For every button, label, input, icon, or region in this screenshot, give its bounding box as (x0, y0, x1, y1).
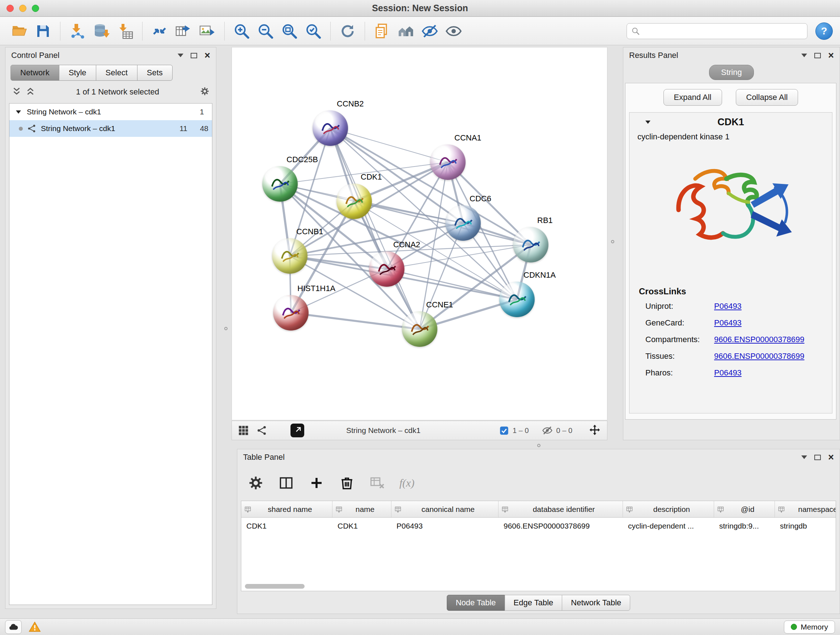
warning-icon[interactable] (28, 621, 41, 633)
home-layout-button[interactable] (394, 20, 418, 42)
network-node-cdc25b[interactable] (262, 166, 298, 202)
share-network-button[interactable] (148, 20, 172, 42)
move-tool-icon[interactable] (588, 424, 601, 437)
tab-style[interactable]: Style (59, 65, 96, 81)
grid-view-icon[interactable] (238, 424, 249, 436)
column-header-canonical-name[interactable]: canonical name (392, 501, 499, 517)
float-panel-icon[interactable] (191, 53, 197, 58)
minimize-window-button[interactable] (19, 5, 27, 12)
table-menu-icon[interactable] (801, 455, 807, 459)
add-column-icon[interactable] (308, 475, 325, 491)
import-network-file-button[interactable] (65, 20, 89, 42)
birds-eye-view-icon[interactable] (256, 425, 267, 436)
expand-all-networks-icon[interactable] (26, 87, 35, 97)
open-file-button[interactable] (7, 20, 31, 42)
results-close-icon[interactable]: × (828, 51, 834, 60)
import-network-database-button[interactable] (89, 20, 113, 42)
network-edge[interactable] (330, 128, 420, 329)
export-table-button[interactable] (172, 20, 195, 42)
duplicate-document-button[interactable] (370, 20, 394, 42)
expand-all-button[interactable]: Expand All (663, 89, 722, 106)
show-panel-button[interactable] (442, 20, 466, 42)
table-gear-icon[interactable] (248, 475, 264, 491)
table-float-icon[interactable] (814, 455, 821, 460)
hide-panel-button[interactable] (418, 20, 442, 42)
cloud-button[interactable] (5, 620, 22, 634)
network-node-ccne1[interactable] (402, 311, 437, 347)
network-canvas[interactable]: CCNB2CCNA1CDC25BCDK1CDC6RB1CCNB1CCNA2CDK… (232, 47, 607, 420)
splitter-left[interactable] (223, 325, 229, 332)
network-node-cdk1[interactable] (336, 184, 372, 219)
table-horizontal-scrollbar[interactable] (245, 584, 305, 589)
collapse-all-networks-icon[interactable] (12, 87, 21, 97)
zoom-out-button[interactable] (254, 20, 278, 42)
help-button[interactable]: ? (815, 22, 833, 40)
results-menu-icon[interactable] (801, 54, 807, 57)
panel-menu-icon[interactable] (178, 54, 183, 57)
column-header-database-identifier[interactable]: database identifier (499, 501, 623, 517)
crosslink-value-link[interactable]: 9606.ENSP00000378699 (714, 335, 805, 344)
network-node-cdkn1a[interactable] (499, 282, 535, 317)
tab-network-table[interactable]: Network Table (562, 595, 630, 611)
network-edge[interactable] (330, 128, 448, 162)
tab-sets[interactable]: Sets (137, 65, 172, 81)
table-close-icon[interactable]: × (828, 453, 834, 462)
zoom-window-button[interactable] (32, 5, 39, 12)
network-node-rb1[interactable] (513, 227, 548, 263)
tab-string[interactable]: String (709, 65, 753, 80)
network-node-ccnb2[interactable] (313, 111, 348, 146)
memory-button[interactable]: Memory (784, 621, 835, 633)
table-cell[interactable]: stringdb (775, 522, 836, 530)
close-panel-icon[interactable]: × (204, 51, 210, 60)
network-node-ccnb1[interactable] (272, 238, 308, 274)
column-header--id[interactable]: @id (714, 501, 775, 517)
table-cell[interactable]: CDK1 (241, 522, 332, 530)
zoom-in-button[interactable] (230, 20, 254, 42)
crosslink-value-link[interactable]: 9606.ENSP00000378699 (714, 352, 805, 361)
tab-node-table[interactable]: Node Table (447, 595, 505, 611)
tree-disclosure-icon[interactable] (16, 111, 21, 114)
network-node-cdc6[interactable] (445, 205, 481, 241)
zoom-fit-button[interactable] (278, 20, 302, 42)
export-image-button[interactable] (195, 20, 219, 42)
zoom-selected-button[interactable] (302, 20, 325, 42)
tab-edge-table[interactable]: Edge Table (505, 595, 562, 611)
results-float-icon[interactable] (814, 53, 821, 58)
table-cell[interactable]: cyclin-dependent ... (623, 522, 714, 530)
open-in-new-window-button[interactable] (291, 424, 304, 437)
table-cell[interactable]: CDK1 (332, 522, 392, 530)
network-row-selected[interactable]: String Network – cdk1 11 48 (9, 120, 212, 137)
network-edge[interactable] (387, 269, 517, 299)
column-header-description[interactable]: description (623, 501, 714, 517)
splitter-bottom[interactable] (535, 442, 542, 448)
table-row[interactable]: CDK1CDK1P064939606.ENSP00000378699cyclin… (241, 518, 836, 534)
network-node-hist1h1a[interactable] (273, 295, 309, 331)
gene-section-header[interactable]: CDK1 (630, 112, 832, 131)
network-collection-row[interactable]: String Network – cdk1 1 (9, 103, 212, 120)
crosslink-value-link[interactable]: P06493 (714, 318, 742, 328)
column-header-namespace[interactable]: namespace (775, 501, 836, 517)
tab-select[interactable]: Select (96, 65, 137, 81)
collapse-all-button[interactable]: Collapse All (736, 89, 798, 106)
network-node-ccna1[interactable] (430, 144, 466, 180)
refresh-view-button[interactable] (336, 20, 360, 42)
splitter-right[interactable] (609, 238, 616, 245)
tab-network[interactable]: Network (11, 65, 59, 81)
search-input[interactable] (644, 27, 803, 35)
section-disclosure-icon[interactable] (645, 120, 651, 124)
hidden-eye-slash-icon[interactable] (542, 425, 553, 436)
table-cell[interactable]: P06493 (392, 522, 499, 530)
import-table-file-button[interactable] (113, 20, 137, 42)
close-window-button[interactable] (6, 5, 14, 12)
delete-column-trash-icon[interactable] (339, 475, 355, 491)
table-cell[interactable]: 9606.ENSP00000378699 (499, 522, 623, 530)
column-header-name[interactable]: name (332, 501, 392, 517)
save-session-button[interactable] (31, 20, 55, 42)
network-node-ccna2[interactable] (369, 251, 404, 287)
network-options-gear-icon[interactable] (200, 87, 210, 97)
table-cell[interactable]: stringdb:9... (714, 522, 775, 530)
crosslink-value-link[interactable]: P06493 (714, 368, 742, 378)
network-edge[interactable] (291, 313, 420, 329)
crosslink-value-link[interactable]: P06493 (714, 302, 742, 311)
column-header-shared-name[interactable]: shared name (241, 501, 332, 517)
